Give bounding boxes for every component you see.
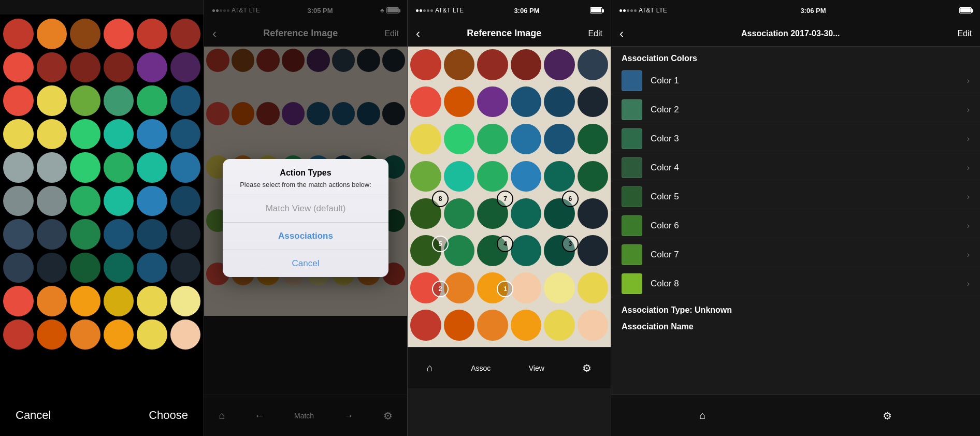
action-sheet-title: Action Types	[233, 168, 378, 178]
color-dot-bg3	[578, 272, 609, 303]
edit-button-4[interactable]: Edit	[957, 29, 972, 38]
color-label-5: Color 5	[651, 192, 967, 202]
cancel-button[interactable]: Cancel	[16, 409, 51, 422]
color-dot-bg3	[578, 86, 609, 118]
gear-icon-3: ⚙	[582, 362, 592, 374]
color-dot	[37, 319, 67, 350]
color-dot	[104, 319, 134, 350]
choose-button[interactable]: Choose	[149, 409, 188, 422]
color-label-1: Color 1	[651, 76, 967, 86]
color-dot-bg3	[578, 198, 609, 229]
time-label-3: 3:06 PM	[514, 7, 539, 14]
color-list-item-2[interactable]: Color 2›	[611, 95, 980, 124]
match-view-option[interactable]: Match View (default)	[223, 195, 388, 223]
color-dot	[137, 152, 167, 183]
color-dot-bg3	[410, 124, 441, 155]
image-area-3: 8 7 6 5 4 3 2 1	[408, 47, 611, 347]
color-swatch-4	[622, 157, 642, 178]
color-dot	[37, 52, 67, 83]
color-dot	[170, 85, 201, 116]
color-list-item-3[interactable]: Color 3›	[611, 124, 980, 153]
chevron-right-icon: ›	[967, 105, 970, 114]
home-tab-4[interactable]: ⌂	[699, 410, 705, 422]
color-dot	[3, 319, 34, 350]
view-label: View	[529, 364, 544, 372]
edit-button-3[interactable]: Edit	[588, 29, 602, 38]
color-list-item-1[interactable]: Color 1›	[611, 66, 980, 95]
color-dot-bg3	[410, 86, 441, 118]
color-dot	[104, 85, 134, 116]
color-label-2: Color 2	[651, 105, 967, 115]
color-dot-bg3	[544, 310, 575, 341]
association-colors-screen: AT&T LTE 3:06 PM ‹ Association 2017-03-3…	[611, 0, 980, 436]
back-button-4[interactable]: ‹	[619, 26, 624, 41]
color-swatch-5	[622, 186, 642, 207]
color-label-3: Color 3	[651, 134, 967, 144]
color-dot	[37, 19, 67, 49]
color-dot-bg3	[578, 124, 609, 155]
color-dot	[137, 19, 167, 49]
home-tab-3[interactable]: ⌂	[427, 362, 433, 374]
color-dot	[3, 186, 34, 216]
color-dot	[37, 85, 67, 116]
cancel-option[interactable]: Cancel	[223, 250, 388, 277]
chevron-right-icon: ›	[967, 76, 970, 85]
color-dot-bg3	[477, 124, 508, 155]
nav-bar-4: ‹ Association 2017-03-30... Edit	[611, 21, 980, 47]
color-dot	[3, 253, 34, 283]
color-dot-bg3	[578, 310, 609, 341]
color-list-item-7[interactable]: Color 7›	[611, 240, 980, 269]
color-dot	[70, 286, 100, 316]
color-dot	[104, 186, 134, 216]
chevron-right-icon: ›	[967, 163, 970, 172]
color-dot	[104, 253, 134, 283]
color-dot-bg3	[410, 49, 441, 80]
color-dot	[70, 319, 100, 350]
settings-tab-4[interactable]: ⚙	[883, 410, 892, 422]
color-dot-bg3	[410, 310, 441, 341]
color-dot	[170, 186, 201, 216]
time-label-4: 3:06 PM	[800, 7, 826, 14]
color-dot-bg3	[578, 161, 609, 192]
color-list-item-5[interactable]: Color 5›	[611, 182, 980, 211]
network-label-4: LTE	[656, 7, 667, 14]
color-dot-bg3	[544, 86, 575, 118]
color-list-item-8[interactable]: Color 8›	[611, 269, 980, 298]
color-dot	[104, 152, 134, 183]
assoc-label: Assoc	[471, 364, 491, 372]
color-dot	[37, 119, 67, 150]
assoc-tab[interactable]: Assoc	[471, 364, 491, 372]
carrier-info-3: AT&T LTE	[416, 7, 464, 14]
carrier-label-3: AT&T	[435, 7, 451, 14]
settings-tab-3[interactable]: ⚙	[582, 362, 592, 374]
chevron-right-icon: ›	[967, 279, 970, 288]
color-list: Color 1›Color 2›Color 3›Color 4›Color 5›…	[611, 66, 980, 298]
color-list-item-6[interactable]: Color 6›	[611, 211, 980, 240]
color-dot-bg3	[477, 310, 508, 341]
color-dot-bg3	[511, 198, 542, 229]
photo-picker-screen: Cancel Choose	[0, 0, 204, 436]
color-dot	[137, 253, 167, 283]
action-sheet-subtitle: Please select from the match actions bel…	[233, 181, 378, 188]
bottom-bar-4: ⌂ ⚙	[611, 395, 980, 436]
color-dot	[37, 152, 67, 183]
associations-option[interactable]: Associations	[223, 223, 388, 250]
color-dot-bg3	[477, 161, 508, 192]
color-list-item-4[interactable]: Color 4›	[611, 153, 980, 182]
color-dot	[170, 219, 201, 250]
color-dot	[170, 52, 201, 83]
color-dot-bg3	[444, 198, 475, 229]
gear-icon-4: ⚙	[883, 410, 892, 422]
dialog-overlay: Action Types Please select from the matc…	[204, 0, 407, 436]
back-button-3[interactable]: ‹	[416, 26, 420, 41]
color-dot-bg3	[477, 49, 508, 80]
signal-icon-4	[619, 9, 637, 12]
carrier-label-4: AT&T	[639, 7, 654, 14]
color-dot	[170, 286, 201, 316]
color-dot	[70, 19, 100, 49]
signal-icon-3	[416, 9, 433, 12]
color-dot	[137, 52, 167, 83]
color-dot	[104, 286, 134, 316]
view-tab[interactable]: View	[529, 364, 544, 372]
color-dot	[170, 253, 201, 283]
